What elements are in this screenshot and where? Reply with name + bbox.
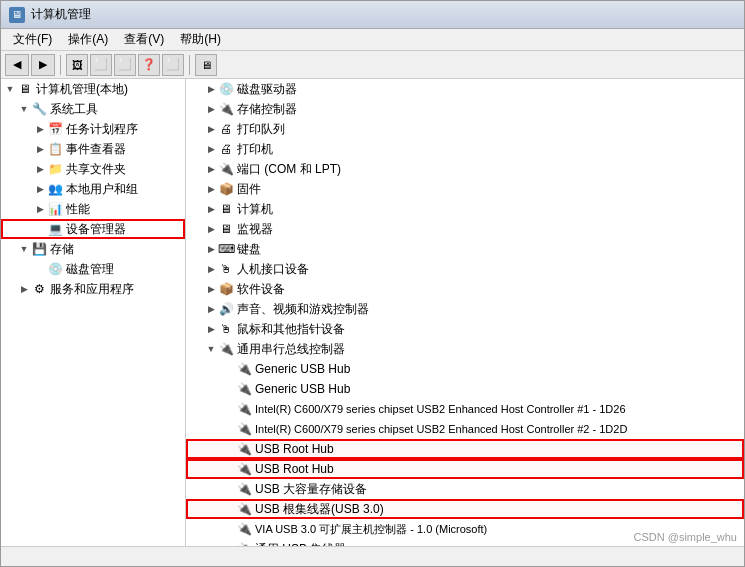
r-printq[interactable]: ▶ 🖨 打印队列 (186, 119, 744, 139)
r-computer-label: 计算机 (237, 201, 273, 218)
r-firmware[interactable]: ▶ 📦 固件 (186, 179, 744, 199)
left-svc[interactable]: ▶ ⚙ 服务和应用程序 (1, 279, 185, 299)
left-local[interactable]: ▶ 👥 本地用户和组 (1, 179, 185, 199)
expand-share[interactable]: ▶ (33, 162, 47, 176)
r-expand-firmware[interactable]: ▶ (204, 182, 218, 196)
r-mouse[interactable]: ▶ 🖱 鼠标和其他指针设备 (186, 319, 744, 339)
expand-svc[interactable]: ▶ (17, 282, 31, 296)
r-usb1-icon: 🔌 (236, 361, 252, 377)
r-printer[interactable]: ▶ 🖨 打印机 (186, 139, 744, 159)
local-label: 本地用户和组 (66, 181, 138, 198)
expand-storage[interactable]: ▼ (17, 242, 31, 256)
r-usb5[interactable]: 🔌 USB Root Hub (186, 439, 744, 459)
left-storage[interactable]: ▼ 💾 存储 (1, 239, 185, 259)
r-expand-computer[interactable]: ▶ (204, 202, 218, 216)
window-title: 计算机管理 (31, 6, 91, 23)
back-button[interactable]: ◀ (5, 54, 29, 76)
left-devmgr[interactable]: 💻 设备管理器 (1, 219, 185, 239)
r-expand-sound[interactable]: ▶ (204, 302, 218, 316)
root-icon: 🖥 (17, 81, 33, 97)
expand-sys[interactable]: ▼ (17, 102, 31, 116)
forward-button[interactable]: ▶ (31, 54, 55, 76)
r-diskdrv[interactable]: ▶ 💿 磁盘驱动器 (186, 79, 744, 99)
left-root[interactable]: ▼ 🖥 计算机管理(本地) (1, 79, 185, 99)
r-expand-hid[interactable]: ▶ (204, 262, 218, 276)
r-usb5-icon: 🔌 (236, 441, 252, 457)
r-usb[interactable]: ▼ 🔌 通用串行总线控制器 (186, 339, 744, 359)
r-storectrl[interactable]: ▶ 🔌 存储控制器 (186, 99, 744, 119)
toolbar-btn6[interactable]: 🖥 (195, 54, 217, 76)
r-expand-comport[interactable]: ▶ (204, 162, 218, 176)
r-usb3-spacer (222, 402, 236, 416)
r-computer[interactable]: ▶ 🖥 计算机 (186, 199, 744, 219)
r-storectrl-label: 存储控制器 (237, 101, 297, 118)
r-monitor[interactable]: ▶ 🖥 监视器 (186, 219, 744, 239)
r-usb4[interactable]: 🔌 Intel(R) C600/X79 series chipset USB2 … (186, 419, 744, 439)
expand-local[interactable]: ▶ (33, 182, 47, 196)
r-hid[interactable]: ▶ 🖱 人机接口设备 (186, 259, 744, 279)
r-expand-usb[interactable]: ▼ (204, 342, 218, 356)
r-usb6-label: USB Root Hub (255, 462, 334, 476)
expand-evt[interactable]: ▶ (33, 142, 47, 156)
r-expand-monitor[interactable]: ▶ (204, 222, 218, 236)
r-monitor-icon: 🖥 (218, 221, 234, 237)
r-usb3-label: Intel(R) C600/X79 series chipset USB2 En… (255, 403, 626, 415)
r-expand-storectrl[interactable]: ▶ (204, 102, 218, 116)
expand-root[interactable]: ▼ (3, 82, 17, 96)
r-comport-icon: 🔌 (218, 161, 234, 177)
menu-help[interactable]: 帮助(H) (172, 29, 229, 50)
r-sound-label: 声音、视频和游戏控制器 (237, 301, 369, 318)
task-icon: 📅 (47, 121, 63, 137)
r-usb2[interactable]: 🔌 Generic USB Hub (186, 379, 744, 399)
r-usb2-spacer (222, 382, 236, 396)
left-sys[interactable]: ▼ 🔧 系统工具 (1, 99, 185, 119)
r-storectrl-icon: 🔌 (218, 101, 234, 117)
r-printer-icon: 🖨 (218, 141, 234, 157)
left-share[interactable]: ▶ 📁 共享文件夹 (1, 159, 185, 179)
svc-icon: ⚙ (31, 281, 47, 297)
r-expand-keyboard[interactable]: ▶ (204, 242, 218, 256)
r-usb6-spacer (222, 462, 236, 476)
r-usb7-icon: 🔌 (236, 481, 252, 497)
r-usb1-spacer (222, 362, 236, 376)
left-diskmgr[interactable]: 💿 磁盘管理 (1, 259, 185, 279)
r-comport[interactable]: ▶ 🔌 端口 (COM 和 LPT) (186, 159, 744, 179)
expand-perf[interactable]: ▶ (33, 202, 47, 216)
left-evt[interactable]: ▶ 📋 事件查看器 (1, 139, 185, 159)
toolbar-btn5[interactable]: ⬜ (162, 54, 184, 76)
r-usb4-spacer (222, 422, 236, 436)
r-keyboard[interactable]: ▶ ⌨ 键盘 (186, 239, 744, 259)
r-mouse-label: 鼠标和其他指针设备 (237, 321, 345, 338)
main-area: ▼ 🖥 计算机管理(本地) ▼ 🔧 系统工具 ▶ 📅 任务计划程序 ▶ 📋 事件… (1, 79, 744, 546)
r-usb4-label: Intel(R) C600/X79 series chipset USB2 En… (255, 423, 627, 435)
expand-task[interactable]: ▶ (33, 122, 47, 136)
left-task[interactable]: ▶ 📅 任务计划程序 (1, 119, 185, 139)
r-expand-printq[interactable]: ▶ (204, 122, 218, 136)
toolbar-btn2[interactable]: ⬜ (90, 54, 112, 76)
r-softdev-icon: 📦 (218, 281, 234, 297)
r-usb6[interactable]: 🔌 USB Root Hub (186, 459, 744, 479)
r-sound-icon: 🔊 (218, 301, 234, 317)
toolbar-btn3[interactable]: ⬜ (114, 54, 136, 76)
menu-file[interactable]: 文件(F) (5, 29, 60, 50)
r-softdev[interactable]: ▶ 📦 软件设备 (186, 279, 744, 299)
menu-view[interactable]: 查看(V) (116, 29, 172, 50)
toolbar-btn1[interactable]: 🖼 (66, 54, 88, 76)
r-expand-printer[interactable]: ▶ (204, 142, 218, 156)
left-perf[interactable]: ▶ 📊 性能 (1, 199, 185, 219)
toolbar-btn4[interactable]: ❓ (138, 54, 160, 76)
r-usb8-icon: 🔌 (236, 501, 252, 517)
r-usb8[interactable]: 🔌 USB 根集线器(USB 3.0) (186, 499, 744, 519)
r-usb1[interactable]: 🔌 Generic USB Hub (186, 359, 744, 379)
r-usb-label: 通用串行总线控制器 (237, 341, 345, 358)
r-sound[interactable]: ▶ 🔊 声音、视频和游戏控制器 (186, 299, 744, 319)
r-expand-diskdrv[interactable]: ▶ (204, 82, 218, 96)
r-usb3[interactable]: 🔌 Intel(R) C600/X79 series chipset USB2 … (186, 399, 744, 419)
r-usb1-label: Generic USB Hub (255, 362, 350, 376)
r-expand-softdev[interactable]: ▶ (204, 282, 218, 296)
r-usb7[interactable]: 🔌 USB 大容量存储设备 (186, 479, 744, 499)
storage-label: 存储 (50, 241, 74, 258)
r-usb9-icon: 🔌 (236, 521, 252, 537)
r-expand-mouse[interactable]: ▶ (204, 322, 218, 336)
menu-action[interactable]: 操作(A) (60, 29, 116, 50)
